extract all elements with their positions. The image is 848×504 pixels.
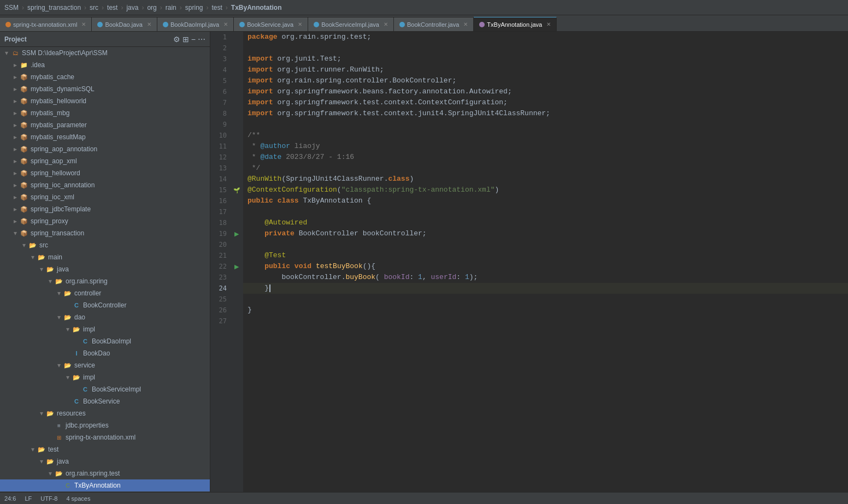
- tree-item-dao[interactable]: 📂 dao: [0, 311, 210, 323]
- tab-close-icon[interactable]: ✕: [81, 21, 86, 27]
- tree-item-mybatis-hello[interactable]: 📦 mybatis_helloworld: [0, 95, 210, 107]
- tree-item-test[interactable]: 📂 test: [0, 443, 210, 455]
- tree-arrow[interactable]: [11, 217, 20, 225]
- tree-arrow[interactable]: [20, 241, 28, 249]
- tree-item-mybatis-dynamic[interactable]: 📦 mybatis_dynamicSQL: [0, 83, 210, 95]
- tree-label: BookDaoImpl: [92, 337, 131, 345]
- tree-item-spring-transaction[interactable]: 📦 spring_transaction: [0, 227, 210, 239]
- top-bar-rain[interactable]: rain: [166, 4, 176, 11]
- tree-item-spring-ioc-xml[interactable]: 📦 spring_ioc_xml: [0, 191, 210, 203]
- gutter-icon-22[interactable]: ▶: [230, 263, 243, 270]
- top-bar-java[interactable]: java: [126, 4, 138, 11]
- tree-item-jdbc-props[interactable]: ≡ jdbc.properties: [0, 419, 210, 431]
- tree-arrow[interactable]: [46, 470, 55, 477]
- tree-item-spring-ioc-ann[interactable]: 📦 spring_ioc_annotation: [0, 179, 210, 191]
- tree-arrow[interactable]: [11, 181, 20, 189]
- tree-item-book-controller[interactable]: C BookController: [0, 299, 210, 311]
- tree-arrow[interactable]: [11, 73, 20, 81]
- tab-close-icon[interactable]: ✕: [298, 21, 302, 27]
- tree-item-org-rain-spring[interactable]: 📂 org.rain.spring: [0, 275, 210, 287]
- tree-arrow[interactable]: [11, 85, 20, 93]
- tree-item-mybatis-param[interactable]: 📦 mybatis_parameter: [0, 119, 210, 131]
- tree-arrow[interactable]: [11, 145, 20, 153]
- tree-item-book-dao[interactable]: I BookDao: [0, 347, 210, 359]
- tab-spring-tx-xml[interactable]: spring-tx-annotation.xml ✕: [0, 17, 92, 31]
- tree-arrow[interactable]: [28, 446, 37, 453]
- tab-book-service[interactable]: BookService.java ✕: [234, 17, 308, 31]
- tree-item-service[interactable]: 📂 service: [0, 359, 210, 371]
- code-lines-area[interactable]: package org.rain.spring.test; import org…: [243, 32, 848, 492]
- top-bar-ssm[interactable]: SSM: [4, 4, 19, 11]
- top-bar-test2[interactable]: test: [211, 4, 222, 11]
- tree-item-main[interactable]: 📂 main: [0, 251, 210, 263]
- tree-item-book-service[interactable]: C BookService: [0, 395, 210, 407]
- tab-book-dao-impl[interactable]: BookDaoImpl.java ✕: [157, 17, 234, 31]
- tree-arrow[interactable]: [2, 49, 11, 57]
- tree-arrow[interactable]: [63, 325, 72, 333]
- tree-arrow[interactable]: [55, 313, 63, 321]
- tree-item-org-rain-spring-test[interactable]: 📂 org.rain.spring.test: [0, 467, 210, 479]
- sidebar-tree[interactable]: 🗂 SSM D:\IdeaProject\Apr\SSM 📁 .idea 📦 m…: [0, 47, 210, 492]
- tree-item-idea[interactable]: 📁 .idea: [0, 59, 210, 71]
- tree-item-book-service-impl[interactable]: C BookServiceImpl: [0, 383, 210, 395]
- tree-item-spring-hello[interactable]: 📦 spring_helloword: [0, 167, 210, 179]
- collapse-icon[interactable]: −: [191, 35, 196, 44]
- layout-icon[interactable]: ⊞: [182, 35, 189, 44]
- tab-book-dao[interactable]: BookDao.java ✕: [92, 17, 157, 31]
- tree-arrow[interactable]: [55, 289, 63, 297]
- tree-item-spring-proxy[interactable]: 📦 spring_proxy: [0, 215, 210, 227]
- tree-arrow[interactable]: [37, 458, 46, 465]
- tree-arrow[interactable]: [11, 205, 20, 213]
- top-bar-spring[interactable]: spring: [185, 4, 203, 11]
- tab-close-icon[interactable]: ✕: [223, 21, 228, 27]
- tree-item-mybatis-result[interactable]: 📦 mybatis_resultMap: [0, 131, 210, 143]
- tree-arrow[interactable]: [11, 97, 20, 105]
- tree-arrow[interactable]: [37, 265, 46, 273]
- gutter-icon-19[interactable]: ▶: [230, 230, 243, 238]
- tab-close-icon[interactable]: ✕: [546, 21, 551, 27]
- tree-item-ssm[interactable]: 🗂 SSM D:\IdeaProject\Apr\SSM: [0, 47, 210, 59]
- top-bar-test[interactable]: test: [107, 4, 117, 11]
- tree-item-src[interactable]: 📂 src: [0, 239, 210, 251]
- tree-item-mybatis-cache[interactable]: 📦 mybatis_cache: [0, 71, 210, 83]
- tree-arrow[interactable]: [11, 121, 20, 129]
- tree-arrow[interactable]: [11, 157, 20, 165]
- tree-item-service-impl[interactable]: 📂 impl: [0, 371, 210, 383]
- tree-item-spring-aop-ann[interactable]: 📦 spring_aop_annotation: [0, 143, 210, 155]
- top-bar-org[interactable]: org: [147, 4, 156, 11]
- more-icon[interactable]: ⋯: [198, 35, 205, 44]
- editor-content[interactable]: 1 2 3 4 5: [210, 32, 848, 492]
- tab-close-icon[interactable]: ✕: [147, 21, 151, 27]
- tree-item-java-test[interactable]: 📂 java: [0, 455, 210, 467]
- tree-arrow[interactable]: [11, 61, 20, 69]
- tree-item-controller[interactable]: 📂 controller: [0, 287, 210, 299]
- settings-icon[interactable]: ⚙: [173, 35, 180, 44]
- tab-close-icon[interactable]: ✕: [384, 21, 388, 27]
- tree-arrow[interactable]: [11, 169, 20, 177]
- tree-arrow[interactable]: [11, 109, 20, 117]
- tree-arrow[interactable]: [37, 410, 46, 417]
- tab-tx-annotation[interactable]: TxByAnnotation.java ✕: [474, 17, 557, 31]
- tree-item-book-dao-impl[interactable]: C BookDaoImpl: [0, 335, 210, 347]
- tree-item-spring-aop-xml[interactable]: 📦 spring_aop_xml: [0, 155, 210, 167]
- tab-close-icon[interactable]: ✕: [463, 21, 468, 27]
- tree-arrow[interactable]: [28, 253, 37, 261]
- top-bar-project[interactable]: spring_transaction: [27, 4, 81, 11]
- tree-item-spring-jdbc[interactable]: 📦 spring_jdbcTemplate: [0, 203, 210, 215]
- tree-arrow[interactable]: [11, 229, 20, 237]
- tree-item-dao-impl[interactable]: 📂 impl: [0, 323, 210, 335]
- tree-arrow[interactable]: [11, 193, 20, 201]
- tree-item-resources[interactable]: 📂 resources: [0, 407, 210, 419]
- top-bar-class[interactable]: TxByAnnotation: [231, 4, 282, 11]
- tree-arrow[interactable]: [63, 373, 72, 381]
- tab-book-service-impl[interactable]: BookServiceImpl.java ✕: [308, 17, 394, 31]
- tree-arrow[interactable]: [11, 133, 20, 141]
- tree-item-java-main[interactable]: 📂 java: [0, 263, 210, 275]
- tree-item-spring-tx-xml[interactable]: ⊞ spring-tx-annotation.xml: [0, 431, 210, 443]
- tab-book-controller[interactable]: BookController.java ✕: [394, 17, 474, 31]
- tree-arrow[interactable]: [55, 361, 63, 369]
- tree-item-mybatis-mbg[interactable]: 📦 mybatis_mbg: [0, 107, 210, 119]
- tree-item-tx-by-annotation[interactable]: C TxByAnnotation: [0, 479, 210, 491]
- top-bar-src[interactable]: src: [90, 4, 98, 11]
- tree-arrow[interactable]: [46, 277, 55, 285]
